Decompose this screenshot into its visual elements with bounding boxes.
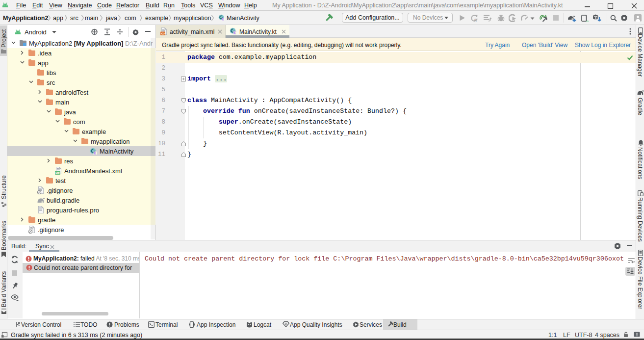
svg-text:A: A (474, 18, 477, 22)
svg-text:MF: MF (55, 172, 60, 175)
svg-text:<>: <> (161, 32, 165, 35)
